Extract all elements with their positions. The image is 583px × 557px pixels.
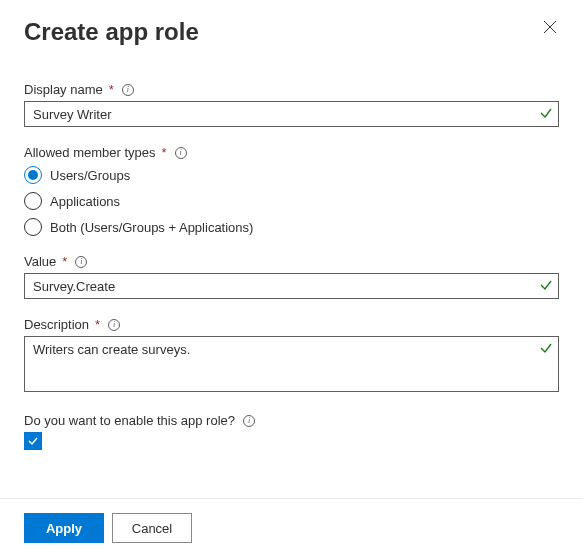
- radio-icon: [24, 218, 42, 236]
- radio-label: Applications: [50, 194, 120, 209]
- cancel-button[interactable]: Cancel: [112, 513, 192, 543]
- field-description: Description * i: [24, 317, 559, 395]
- info-icon[interactable]: i: [175, 147, 187, 159]
- footer: Apply Cancel: [0, 498, 583, 557]
- check-icon: [539, 278, 553, 292]
- allowed-member-types-label: Allowed member types: [24, 145, 156, 160]
- value-input[interactable]: [24, 273, 559, 299]
- required-indicator: *: [95, 317, 100, 332]
- check-icon: [539, 106, 553, 120]
- info-icon[interactable]: i: [243, 415, 255, 427]
- radio-users-groups[interactable]: Users/Groups: [24, 166, 559, 184]
- info-icon[interactable]: i: [122, 84, 134, 96]
- close-icon: [543, 20, 557, 34]
- field-allowed-member-types: Allowed member types * i Users/Groups Ap…: [24, 145, 559, 236]
- check-icon: [539, 341, 553, 355]
- radio-icon: [24, 166, 42, 184]
- radio-icon: [24, 192, 42, 210]
- required-indicator: *: [109, 82, 114, 97]
- radio-label: Users/Groups: [50, 168, 130, 183]
- radio-both[interactable]: Both (Users/Groups + Applications): [24, 218, 559, 236]
- close-button[interactable]: [541, 18, 559, 36]
- description-input[interactable]: [24, 336, 559, 392]
- description-label: Description: [24, 317, 89, 332]
- page-title: Create app role: [24, 18, 199, 46]
- field-value: Value * i: [24, 254, 559, 299]
- enable-role-checkbox[interactable]: [24, 432, 42, 450]
- field-display-name: Display name * i: [24, 82, 559, 127]
- radio-label: Both (Users/Groups + Applications): [50, 220, 253, 235]
- required-indicator: *: [62, 254, 67, 269]
- check-icon: [27, 435, 39, 447]
- info-icon[interactable]: i: [75, 256, 87, 268]
- value-label: Value: [24, 254, 56, 269]
- field-enable-role: Do you want to enable this app role? i: [24, 413, 559, 450]
- apply-button[interactable]: Apply: [24, 513, 104, 543]
- display-name-label: Display name: [24, 82, 103, 97]
- required-indicator: *: [162, 145, 167, 160]
- enable-role-label: Do you want to enable this app role?: [24, 413, 235, 428]
- info-icon[interactable]: i: [108, 319, 120, 331]
- display-name-input[interactable]: [24, 101, 559, 127]
- radio-applications[interactable]: Applications: [24, 192, 559, 210]
